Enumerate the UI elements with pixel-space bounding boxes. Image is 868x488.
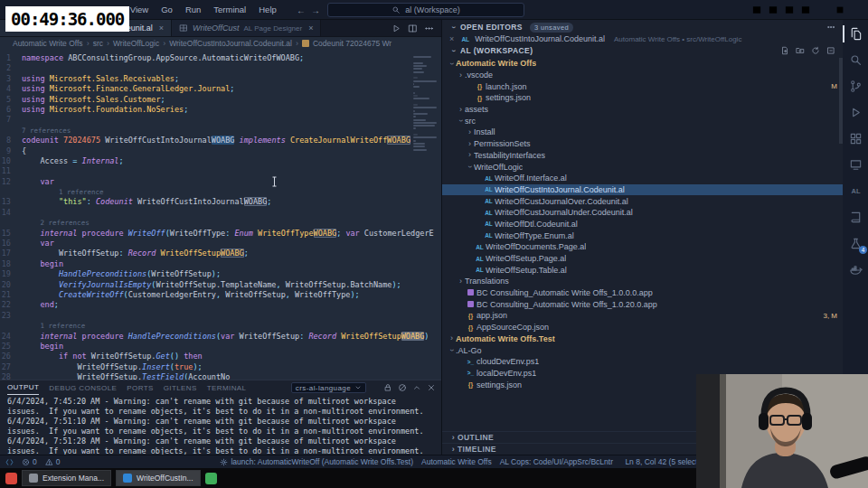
more-actions-icon[interactable] — [826, 23, 835, 32]
tree-item[interactable]: {}AppSourceCop.json — [442, 322, 843, 333]
layout-grid-icon[interactable] — [797, 2, 814, 18]
tree-item[interactable]: {}settings.json — [442, 92, 843, 104]
tree-item[interactable]: BC Consulting_Automatic Write Offs_1.0.2… — [442, 298, 843, 310]
menu-go[interactable]: Go — [155, 0, 179, 20]
tree-item[interactable]: ALWriteOffCustJournalOver.Codeunit.al — [442, 195, 843, 207]
tree-item[interactable]: BC Consulting_Automatic Write Offs_1.0.0… — [442, 287, 843, 299]
window-writeoffcust[interactable]: WriteOffCustIn... — [116, 470, 201, 486]
back-icon[interactable]: ← — [297, 5, 306, 15]
docker-icon[interactable] — [844, 262, 866, 277]
problems-errors[interactable]: 0 — [22, 457, 37, 466]
tree-item[interactable]: ›Install — [442, 127, 843, 138]
menu-help[interactable]: Help — [252, 0, 283, 20]
tree-item[interactable]: ›Translations — [442, 276, 843, 287]
panel-tab-debug-console[interactable]: DEBUG CONSOLE — [49, 381, 117, 395]
al-extension-icon[interactable]: AL — [844, 183, 866, 199]
panel-tab-output[interactable]: OUTPUT — [7, 380, 39, 395]
minimize-button[interactable] — [816, 2, 832, 18]
layout-sidebar-right-icon[interactable] — [781, 2, 797, 18]
remote-explorer-icon[interactable] — [844, 157, 866, 173]
close-icon[interactable]: × — [159, 23, 164, 33]
clear-output-icon[interactable] — [398, 383, 407, 392]
tree-item[interactable]: ›WriteOffLogic — [442, 161, 843, 173]
tree-item[interactable]: {}launch.jsonM — [442, 80, 843, 92]
app-icon-green[interactable] — [205, 473, 217, 484]
tree-item[interactable]: ›.AL-Go — [442, 344, 843, 356]
problems-warnings[interactable]: 0 — [45, 457, 61, 466]
output-channel-select[interactable]: crs-al-language — [291, 382, 366, 393]
run-icon[interactable] — [392, 23, 401, 33]
tree-item-label: Automatic Write Offs — [456, 59, 536, 68]
panel-tab-terminal[interactable]: TERMINAL — [207, 381, 247, 395]
tree-item[interactable]: ›.vscode — [442, 70, 843, 81]
project-name[interactable]: Automatic Write Offs — [421, 457, 492, 466]
tree-item[interactable]: ›TestabilityInterfaces — [442, 150, 843, 162]
panel-tab-ports[interactable]: PORTS — [127, 381, 153, 395]
source-control-icon[interactable] — [844, 79, 866, 94]
workspace-header[interactable]: › AL (WORKSPACE) — [442, 43, 843, 58]
run-debug-icon[interactable] — [844, 105, 866, 120]
tree-item[interactable]: ›Automatic Write Offs.Test — [442, 333, 843, 345]
al-cops[interactable]: AL Cops: Code/UI/AppSrc/BcLntr — [500, 457, 613, 466]
tree-item[interactable]: ALWriteOffSetup.Page.al — [442, 253, 843, 265]
remote-indicator[interactable] — [5, 458, 14, 466]
close-button[interactable] — [848, 2, 864, 18]
tree-item[interactable]: ›assets — [442, 104, 843, 116]
collapse-all-icon[interactable] — [826, 46, 835, 55]
tree-item[interactable]: ALWriteOffSetup.Table.al — [442, 264, 843, 276]
more-actions-icon[interactable] — [424, 23, 434, 33]
breadcrumb-item[interactable]: Codeunit 72024675 Wr — [313, 39, 392, 48]
tree-item[interactable]: ›src — [442, 115, 843, 127]
code-lens[interactable]: 1 reference — [59, 188, 104, 196]
open-editor-item[interactable]: ×ALWriteOffCustIntoJournal.Codeunit.alAu… — [442, 34, 843, 43]
refresh-icon[interactable] — [811, 46, 820, 55]
breadcrumb-item[interactable]: Automatic Write Offs — [13, 39, 83, 48]
open-editors-header[interactable]: › OPEN EDITORS 3 unsaved — [442, 20, 843, 34]
panel-tab-gitlens[interactable]: GITLENS — [164, 381, 197, 395]
layout-sidebar-icon[interactable] — [749, 2, 765, 18]
tree-item[interactable]: ALWriteOff.Interface.al — [442, 173, 843, 184]
minimap[interactable] — [410, 53, 439, 151]
breadcrumb-item[interactable]: WriteOffCustIntoJournal.Codeunit.al — [169, 39, 292, 48]
test-explorer-icon[interactable]: 4 — [844, 236, 866, 251]
editor-tab[interactable]: WriteOffCustAL Page Designer× — [172, 20, 321, 36]
menu-terminal[interactable]: Terminal — [207, 0, 252, 20]
tree-item[interactable]: ALWriteOffCustIntoJournal.Codeunit.al — [442, 184, 843, 196]
layout-panel-icon[interactable] — [765, 2, 781, 18]
lock-icon[interactable] — [383, 383, 392, 392]
code-lens[interactable]: 2 references — [40, 219, 89, 227]
extensions-icon[interactable] — [844, 131, 866, 146]
tree-item[interactable]: ALWriteOffType.Enum.al — [442, 230, 843, 241]
close-panel-icon[interactable] — [427, 383, 436, 392]
code-lens[interactable]: 7 references — [22, 127, 71, 135]
explorer-icon[interactable] — [844, 26, 866, 42]
maximize-panel-icon[interactable] — [412, 383, 421, 392]
breadcrumb-item[interactable]: src — [93, 39, 103, 48]
close-icon[interactable]: × — [449, 34, 454, 43]
split-editor-icon[interactable] — [408, 23, 418, 33]
code-lens[interactable]: 1 reference — [40, 322, 85, 330]
tree-item[interactable]: {}app.json3, M — [442, 310, 843, 322]
reference-book-icon[interactable] — [844, 210, 866, 225]
window-extension-manager[interactable]: Extension Mana... — [22, 470, 111, 486]
maximize-button[interactable] — [832, 2, 848, 18]
code-editor[interactable]: 1namespace ABCConsultingGroup.AppSource.… — [0, 50, 441, 380]
search-icon[interactable] — [844, 52, 866, 68]
command-center-search[interactable]: al (Workspace) — [327, 3, 524, 17]
new-folder-icon[interactable] — [796, 46, 805, 55]
close-icon[interactable]: × — [308, 23, 313, 33]
tree-item[interactable]: ›PermissionSets — [442, 138, 843, 150]
tree-item[interactable]: ›Automatic Write Offs — [442, 58, 843, 70]
new-file-icon[interactable] — [780, 46, 789, 55]
code-line: 7 — [0, 115, 441, 125]
forward-icon[interactable]: → — [311, 5, 320, 15]
tree-item[interactable]: ALWriteOffDocuments.Page.al — [442, 241, 843, 253]
tree-item[interactable]: >_cloudDevEnv.ps1 — [442, 356, 843, 368]
menu-run[interactable]: Run — [179, 0, 207, 20]
tree-item[interactable]: ALWriteOffDtl.Codeunit.al — [442, 219, 843, 230]
launch-config[interactable]: launch: AutomaticWriteOff (Automatic Wri… — [220, 457, 413, 466]
tree-item[interactable]: ALWriteOffCustJournalUnder.Codeunit.al — [442, 207, 843, 219]
app-icon-red[interactable] — [5, 473, 17, 484]
breadcrumb-item[interactable]: WriteOffLogic — [113, 39, 159, 48]
unsaved-badge: 3 unsaved — [530, 23, 573, 33]
